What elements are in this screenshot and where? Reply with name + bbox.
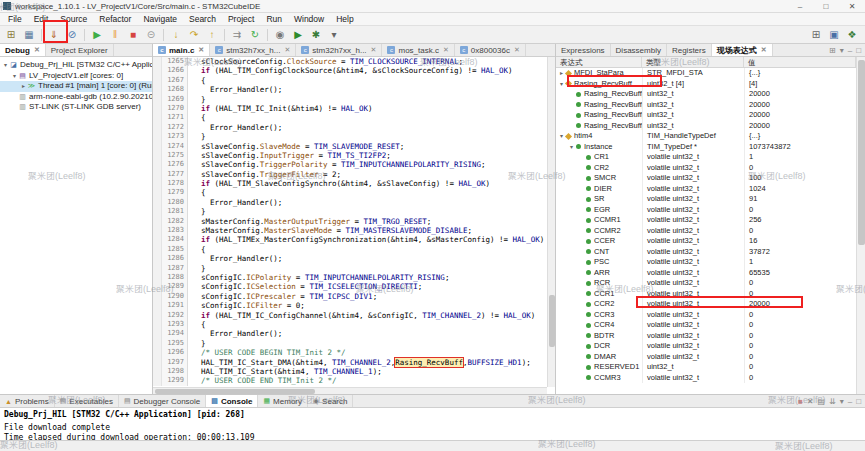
expression-row[interactable]: ▾InstanceTIM_TypeDef *1073743872 — [556, 142, 856, 153]
expression-value[interactable]: 1 — [744, 257, 856, 268]
expression-row[interactable]: Rasing_RecvBuff[0]uint32_t20000 — [556, 89, 856, 100]
collapse-icon[interactable]: ▾ — [568, 142, 575, 153]
editor-tab-stm32h7xx-h[interactable]: cstm32h7xx_h...✕ — [296, 44, 382, 56]
breakpoint-gutter[interactable] — [153, 226, 162, 235]
column-header-value[interactable]: 值 — [744, 57, 856, 67]
expression-row[interactable]: CCR1volatile uint32_t0 — [556, 289, 856, 300]
code-line[interactable]: 1287 } — [153, 264, 555, 273]
code-line[interactable]: 1266 if (HAL_TIM_ConfigClockSource(&htim… — [153, 66, 555, 75]
breakpoint-gutter[interactable] — [153, 367, 162, 376]
expression-value[interactable]: {...} — [744, 68, 856, 79]
breakpoint-gutter[interactable] — [153, 198, 162, 207]
breakpoint-gutter[interactable] — [153, 311, 162, 320]
new-icon[interactable]: ⊞ — [3, 27, 19, 43]
resume-icon[interactable]: ▶ — [89, 27, 105, 43]
breakpoint-gutter[interactable] — [153, 179, 162, 188]
code-line[interactable]: 1275 sSlaveConfig.InputTrigger = TIM_TS_… — [153, 151, 555, 160]
step-into-icon[interactable]: ↓ — [168, 27, 184, 43]
breakpoint-gutter[interactable] — [153, 188, 162, 197]
breakpoint-gutter[interactable] — [153, 170, 162, 179]
open-perspective-icon[interactable]: ⊞ — [808, 27, 824, 43]
code-line[interactable]: 1284 if (HAL_TIMEx_MasterConfigSynchroni… — [153, 235, 555, 244]
breakpoint-gutter[interactable] — [153, 245, 162, 254]
close-icon[interactable]: ✕ — [761, 46, 767, 54]
code-line[interactable]: 1278 if (HAL_TIM_SlaveConfigSynchro(&hti… — [153, 179, 555, 188]
expression-value[interactable]: 1024 — [744, 184, 856, 195]
menu-item-search[interactable]: Search — [183, 13, 222, 26]
menu-item-run[interactable]: Run — [260, 13, 288, 26]
expression-row[interactable]: Rasing_RecvBuff[2]uint32_t20000 — [556, 110, 856, 121]
expr-menu-icon[interactable]: ▾ — [838, 46, 846, 55]
column-header-type[interactable]: 类型 — [642, 57, 744, 67]
tab-debug[interactable]: Debug✕ — [0, 44, 46, 56]
expression-row[interactable]: Rasing_RecvBuff[1]uint32_t20000 — [556, 100, 856, 111]
code-line[interactable]: 1295 } — [153, 339, 555, 348]
expressions-scrollbar-thumb[interactable] — [858, 60, 865, 245]
breakpoint-gutter[interactable] — [153, 264, 162, 273]
code-line[interactable]: 1274 sSlaveConfig.SlaveMode = TIM_SLAVEM… — [153, 142, 555, 151]
terminate-icon[interactable]: ■ — [125, 27, 141, 43]
breakpoint-gutter[interactable] — [153, 132, 162, 141]
expression-value[interactable]: 0 — [744, 352, 856, 363]
breakpoint-gutter[interactable] — [153, 104, 162, 113]
collapse-icon[interactable]: ▾ — [558, 79, 565, 90]
breakpoint-gutter[interactable] — [153, 273, 162, 282]
expression-row[interactable]: CCMR3volatile uint32_t0 — [556, 373, 856, 384]
maximize-button[interactable]: □ — [813, 0, 839, 13]
code-line[interactable]: 1298 HAL_TIM_IC_Start(&htim4, TIM_CHANNE… — [153, 367, 555, 376]
breakpoint-gutter[interactable] — [153, 235, 162, 244]
breakpoint-gutter[interactable] — [153, 95, 162, 104]
expression-value[interactable]: 0 — [744, 320, 856, 331]
expand-icon[interactable]: ▸ — [20, 81, 27, 92]
view-maximize-icon[interactable]: □ — [854, 397, 863, 406]
expression-value[interactable]: 1 — [744, 152, 856, 163]
minimize-button[interactable]: – — [787, 0, 813, 13]
code-line[interactable]: 1276 sSlaveConfig.TriggerPolarity = TIM_… — [153, 160, 555, 169]
view-minimize-icon[interactable]: – — [846, 397, 854, 406]
search-icon[interactable]: ◉ — [272, 27, 288, 43]
expression-row[interactable]: EGRvolatile uint32_t0 — [556, 205, 856, 216]
debug-tree-item[interactable]: ▥arm-none-eabi-gdb (10.2.90.202106... — [0, 92, 152, 103]
console-menu-icon[interactable]: ▾ — [838, 397, 846, 406]
step-over-icon[interactable]: ↷ — [186, 27, 202, 43]
run-icon[interactable]: ▶ — [290, 27, 306, 43]
expression-row[interactable]: CCMR2volatile uint32_t0 — [556, 226, 856, 237]
tab-executables[interactable]: ▤Executables — [55, 395, 119, 407]
tab-memory[interactable]: ▦Memory — [258, 395, 308, 407]
breakpoint-gutter[interactable] — [153, 339, 162, 348]
code-line[interactable]: 1279 { — [153, 188, 555, 197]
code-line[interactable]: 1281 } — [153, 207, 555, 216]
breakpoint-gutter[interactable] — [153, 123, 162, 132]
tab-registers[interactable]: Registers — [667, 44, 712, 56]
expression-value[interactable]: 0 — [744, 341, 856, 352]
expression-row[interactable]: CCMR1volatile uint32_t256 — [556, 215, 856, 226]
code-line[interactable]: 1272 Error_Handler(); — [153, 123, 555, 132]
code-line[interactable]: 1286 Error_Handler(); — [153, 254, 555, 263]
expression-row[interactable]: CR2volatile uint32_t0 — [556, 163, 856, 174]
tab-project-explorer[interactable]: Project Explorer — [46, 44, 114, 56]
code-line[interactable]: 1293 { — [153, 320, 555, 329]
tab-disassembly[interactable]: Disassembly — [611, 44, 667, 56]
breakpoint-gutter[interactable] — [153, 358, 162, 367]
menu-item-file[interactable]: File — [2, 13, 28, 26]
expression-row[interactable]: ▾htim4TIM_HandleTypeDef{...} — [556, 131, 856, 142]
expression-value[interactable]: 65535 — [744, 268, 856, 279]
expression-row[interactable]: SMCRvolatile uint32_t100 — [556, 173, 856, 184]
expression-value[interactable]: 20000 — [744, 89, 856, 100]
expression-row[interactable]: PSCvolatile uint32_t1 — [556, 257, 856, 268]
code-line[interactable]: 1285 { — [153, 245, 555, 254]
suspend-icon[interactable]: ‖ — [107, 27, 123, 43]
expression-value[interactable]: 0 — [744, 310, 856, 321]
tab-item[interactable]: 现场表达式✕ — [712, 44, 773, 56]
expression-row[interactable]: DCRvolatile uint32_t0 — [556, 341, 856, 352]
view-minimize-icon[interactable]: – — [846, 46, 854, 55]
expression-row[interactable]: RESERVED1uint32_t0 — [556, 362, 856, 373]
breakpoint-gutter[interactable] — [153, 320, 162, 329]
editor-horizontal-scrollbar[interactable] — [153, 387, 547, 394]
collapse-icon[interactable]: ▾ — [11, 71, 18, 82]
breakpoint-gutter[interactable] — [153, 66, 162, 75]
expression-value[interactable]: 20000 — [744, 100, 856, 111]
close-button[interactable]: ✕ — [839, 0, 865, 13]
breakpoint-gutter[interactable] — [153, 254, 162, 263]
expression-row[interactable]: CCERvolatile uint32_t16 — [556, 236, 856, 247]
